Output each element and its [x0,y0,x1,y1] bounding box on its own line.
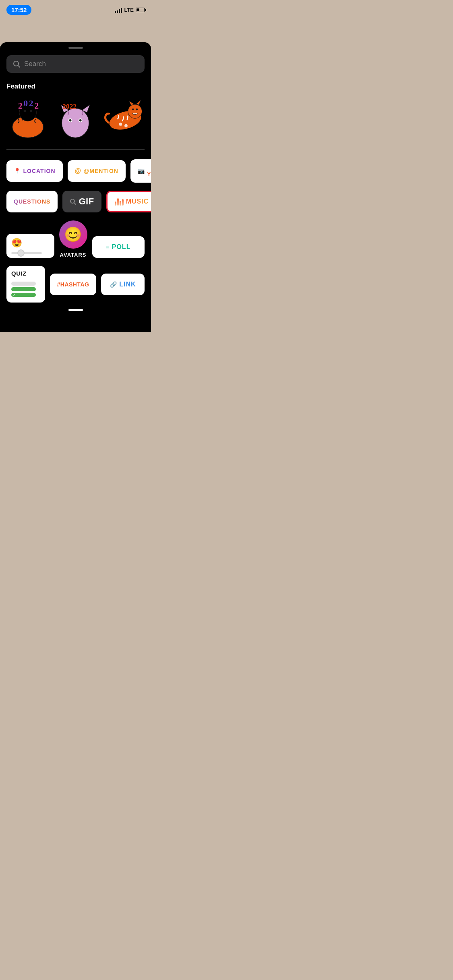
divider [6,149,145,150]
featured-sticker-2[interactable]: 2022 [54,97,97,141]
svg-marker-27 [136,100,141,105]
sticker-row-2: QUESTIONS GIF MUSIC [6,191,145,212]
at-icon: @ [75,167,81,175]
emoji-icon: 😍 [11,238,23,248]
svg-line-1 [18,66,20,67]
quiz-bars: ✓ [11,282,40,299]
location-label: LOCATION [23,168,56,174]
svg-point-17 [69,119,72,121]
svg-point-25 [136,108,138,110]
link-label: LINK [119,281,136,288]
music-label: MUSIC [126,198,149,205]
music-sticker-btn[interactable]: MUSIC [106,191,151,212]
battery-icon [136,8,145,12]
svg-text:2: 2 [29,99,33,108]
featured-stickers: 2 0 2 2 [6,97,145,141]
svg-line-31 [74,203,76,204]
emoji-slider-btn[interactable]: 😍 [6,234,54,258]
link-sticker-btn[interactable]: 🔗 LINK [101,274,145,295]
quiz-title-label: QUIZ [11,270,27,277]
svg-point-24 [132,108,134,110]
home-indicator [68,309,83,311]
svg-point-6 [24,110,26,112]
hashtag-label: #HASHTAG [57,281,89,288]
camera-icon: 📷 [138,168,145,174]
svg-text:2022: 2022 [63,103,77,110]
gif-sticker-btn[interactable]: GIF [62,191,101,212]
mention-label: @MENTION [84,168,118,174]
sticker-row-3: 😍 😊 AVATARS ≡ POLL [6,220,145,258]
background-peek [0,18,151,42]
sticker-row-1: 📍 LOCATION @ @MENTION 📷 ADD YOURS [6,159,145,183]
svg-point-29 [124,124,128,128]
lte-label: LTE [124,7,134,13]
gif-label: GIF [79,196,94,207]
signal-icon [115,7,122,13]
search-small-icon [70,198,76,205]
sheet-handle [68,47,83,49]
poll-label: POLL [112,243,131,251]
slider-thumb [17,249,25,257]
avatar-icon: 😊 [59,220,87,249]
link-icon: 🔗 [110,281,117,288]
search-placeholder: Search [24,60,46,68]
addyours-label: ADD YOURS [147,165,151,177]
avatars-label: AVATARS [60,252,87,258]
poll-icon: ≡ [106,244,110,250]
featured-sticker-3[interactable] [102,97,145,141]
search-bar[interactable]: Search [6,55,145,73]
svg-text:2: 2 [35,101,39,111]
status-bar: 17:52 LTE [0,0,151,18]
questions-label: QUESTIONS [14,198,50,205]
svg-text:0: 0 [24,99,28,108]
slider-track [11,252,42,254]
avatars-section[interactable]: 😊 AVATARS [59,220,87,258]
hashtag-sticker-btn[interactable]: #HASHTAG [50,274,97,295]
svg-point-28 [119,123,122,126]
mention-sticker-btn[interactable]: @ @MENTION [68,160,126,182]
svg-point-0 [14,61,19,66]
featured-sticker-1[interactable]: 2 0 2 2 [6,97,49,141]
featured-section: Featured 2 [6,82,145,141]
quiz-sticker-btn[interactable]: QUIZ ✓ [6,266,45,303]
location-pin-icon: 📍 [14,168,21,174]
search-icon [13,60,20,68]
sticker-picker-sheet: Search Featured [0,42,151,332]
featured-title: Featured [6,82,145,91]
poll-sticker-btn[interactable]: ≡ POLL [92,236,145,258]
svg-point-19 [79,119,82,121]
questions-sticker-btn[interactable]: QUESTIONS [6,191,58,212]
time: 17:52 [6,5,31,15]
sticker-row-4: QUIZ ✓ #HASHTAG 🔗 LINK [6,266,145,303]
svg-point-7 [30,110,32,112]
svg-text:2: 2 [18,101,23,111]
addyours-sticker-btn[interactable]: 📷 ADD YOURS [130,159,151,183]
music-bars-icon [115,198,124,206]
location-sticker-btn[interactable]: 📍 LOCATION [6,160,63,182]
sticker-grid: 📍 LOCATION @ @MENTION 📷 ADD YOURS QUESTI… [6,159,145,303]
status-icons: LTE [115,7,145,13]
